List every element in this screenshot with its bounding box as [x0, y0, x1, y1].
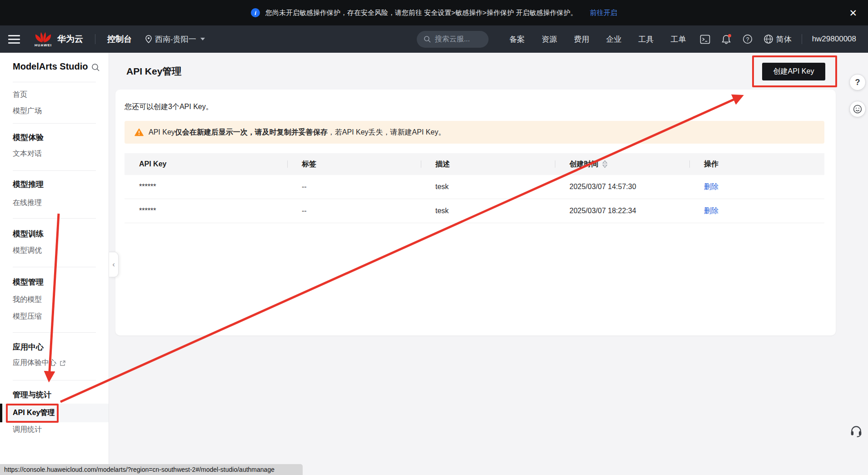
sidebar-section-model-training: 模型训练 [13, 229, 44, 239]
main-content: API Key管理 创建API Key 您还可以创建3个API Key。 API… [110, 53, 868, 475]
huawei-flower-icon [34, 31, 53, 43]
sidebar-collapse-handle[interactable]: ‹ [109, 252, 119, 277]
cell-description: tesk [421, 183, 555, 191]
headset-icon [850, 425, 863, 437]
nav-link-tools[interactable]: 工具 [639, 34, 654, 45]
modelarts-studio-sidebar: ModelArts Studio 首页 模型广场 模型体验 文本对话 模型推理 … [0, 53, 109, 475]
sidebar-title: ModelArts Studio [13, 61, 88, 72]
brand-name: 华为云 [57, 33, 83, 45]
cli-terminal-icon[interactable] [700, 35, 710, 44]
quota-text: 您还可以创建3个API Key。 [125, 102, 213, 112]
sidebar-item-text-dialog[interactable]: 文本对话 [13, 149, 42, 159]
cell-tag: -- [287, 183, 421, 191]
nav-link-billing[interactable]: 费用 [574, 34, 589, 45]
divider [13, 82, 96, 82]
col-header-description: 描述 [421, 160, 555, 169]
cell-api-key: ****** [125, 207, 287, 215]
hamburger-menu-icon[interactable] [8, 35, 20, 44]
floating-support-button[interactable] [848, 423, 864, 439]
nav-link-beian[interactable]: 备案 [509, 34, 525, 45]
col-header-created-time: 创建时间 [555, 160, 689, 169]
warning-triangle-icon [135, 128, 144, 136]
floating-feedback-button[interactable] [849, 101, 866, 117]
col-header-tag: 标签 [287, 160, 421, 169]
link-preview-statusbar: https://console.huaweicloud.com/modelart… [0, 464, 303, 475]
api-key-warning-banner: API Key仅会在新建后显示一次，请及时复制并妥善保存，若API Key丢失，… [125, 121, 824, 144]
top-navigation: HUAWEI 华为云 控制台 西南-贵阳一 搜索云服... 备案 资源 费用 企… [0, 25, 868, 53]
warning-text: API Key仅会在新建后显示一次，请及时复制并妥善保存，若API Key丢失，… [149, 128, 445, 137]
nav-divider [802, 34, 802, 44]
smiley-icon [853, 105, 862, 114]
notification-bell-icon[interactable] [721, 34, 732, 45]
sidebar-item-model-tuning[interactable]: 模型调优 [13, 246, 42, 255]
account-name[interactable]: hw29800008 [812, 35, 856, 44]
cell-description: tesk [421, 207, 555, 215]
api-key-table: API Key 标签 描述 创建时间 操作 ****** -- [125, 153, 824, 223]
svg-text:?: ? [746, 36, 749, 43]
page-title: API Key管理 [126, 65, 181, 78]
sidebar-item-model-square[interactable]: 模型广场 [13, 106, 42, 116]
divider [13, 123, 96, 124]
sidebar-section-model-inference: 模型推理 [13, 179, 44, 190]
language-selector[interactable]: 简体 [763, 34, 792, 45]
sidebar-item-home[interactable]: 首页 [13, 90, 27, 100]
close-icon[interactable]: ✕ [849, 8, 857, 18]
table-header: API Key 标签 描述 创建时间 操作 [125, 153, 824, 175]
cell-tag: -- [287, 207, 421, 215]
sort-icon[interactable] [602, 160, 608, 168]
nav-link-ticket[interactable]: 工单 [671, 34, 686, 45]
sidebar-section-app-center: 应用中心 [13, 342, 44, 352]
chevron-down-icon [200, 38, 205, 40]
sidebar-item-online-inference[interactable]: 在线推理 [13, 198, 42, 208]
location-pin-icon [145, 35, 152, 43]
notice-text: 您尚未开启敏感操作保护，存在安全风险，请您前往 安全设置>敏感操作>操作保护 开… [265, 9, 577, 17]
info-icon: i [251, 8, 260, 17]
sidebar-section-management-stats: 管理与统计 [13, 390, 51, 400]
divider [13, 332, 96, 333]
divider [13, 267, 96, 267]
nav-icon-group: ? 简体 [700, 34, 792, 45]
cell-api-key: ****** [125, 183, 287, 191]
search-icon [424, 35, 431, 43]
sidebar-section-model-experience: 模型体验 [13, 132, 44, 143]
nav-link-enterprise[interactable]: 企业 [606, 34, 622, 45]
region-label: 西南-贵阳一 [155, 34, 196, 45]
sidebar-section-model-management: 模型管理 [13, 277, 44, 287]
divider [13, 170, 96, 171]
col-header-actions: 操作 [689, 160, 824, 169]
sidebar-search-icon[interactable] [91, 63, 100, 73]
sensitive-operation-notice-bar: i 您尚未开启敏感操作保护，存在安全风险，请您前往 安全设置>敏感操作>操作保护… [0, 0, 868, 25]
floating-help-button[interactable]: ? [849, 74, 866, 90]
help-circle-icon[interactable]: ? [743, 34, 753, 44]
globe-icon [763, 34, 773, 44]
sidebar-item-app-experience-center[interactable]: 应用体验中心 [13, 358, 66, 368]
cloud-search-input[interactable]: 搜索云服... [417, 31, 489, 48]
cell-created-time: 2025/03/07 18:22:34 [555, 207, 689, 215]
create-api-key-button[interactable]: 创建API Key [762, 63, 825, 80]
delete-link[interactable]: 删除 [704, 206, 718, 216]
language-label: 简体 [776, 34, 792, 45]
delete-link[interactable]: 删除 [704, 182, 718, 192]
cell-created-time: 2025/03/07 14:57:30 [555, 183, 689, 191]
external-link-icon [60, 360, 66, 366]
console-link[interactable]: 控制台 [107, 34, 132, 45]
sidebar-item-my-models[interactable]: 我的模型 [13, 295, 42, 305]
notice-enable-link[interactable]: 前往开启 [590, 9, 617, 17]
region-selector[interactable]: 西南-贵阳一 [145, 34, 205, 45]
table-row: ****** -- tesk 2025/03/07 14:57:30 删除 [125, 175, 824, 199]
sidebar-item-api-key-management[interactable]: API Key管理 [0, 404, 109, 422]
divider [13, 218, 96, 219]
nav-links: 备案 资源 费用 企业 工具 工单 [509, 34, 686, 45]
sidebar-item-call-statistics[interactable]: 调用统计 [13, 425, 42, 435]
col-header-api-key: API Key [125, 160, 287, 168]
table-row: ****** -- tesk 2025/03/07 18:22:34 删除 [125, 199, 824, 223]
huawei-logo: HUAWEI [34, 31, 53, 47]
sidebar-item-model-compression[interactable]: 模型压缩 [13, 312, 42, 321]
nav-link-resources[interactable]: 资源 [542, 34, 557, 45]
divider [13, 380, 96, 380]
api-key-card: 您还可以创建3个API Key。 API Key仅会在新建后显示一次，请及时复制… [115, 90, 836, 335]
search-placeholder: 搜索云服... [435, 35, 470, 44]
nav-divider [95, 34, 95, 44]
